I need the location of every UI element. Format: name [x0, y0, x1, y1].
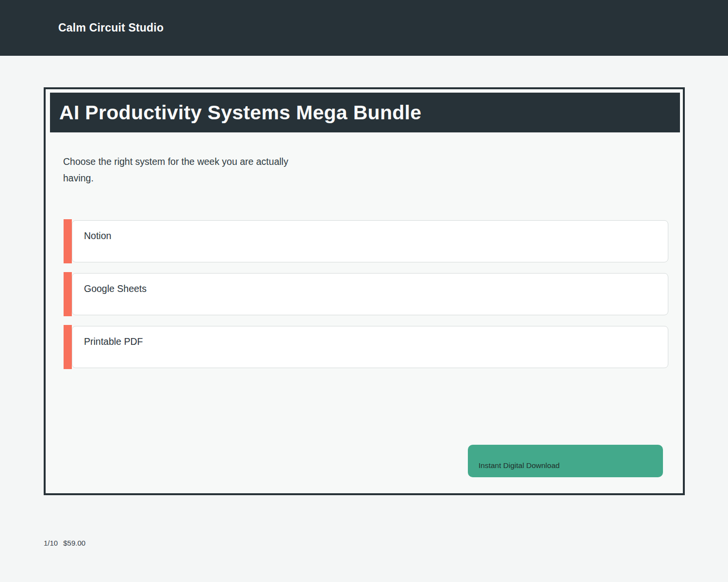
- option-label: Printable PDF: [84, 336, 143, 347]
- option-label: Notion: [84, 230, 111, 241]
- price-label: $59.00: [63, 539, 85, 547]
- option-google-sheets[interactable]: Google Sheets: [72, 273, 668, 315]
- product-description: Choose the right system for the week you…: [63, 153, 320, 186]
- instant-download-button[interactable]: Instant Digital Download: [468, 445, 663, 477]
- option-label: Google Sheets: [84, 283, 147, 294]
- option-list: Notion Google Sheets Printable PDF: [64, 220, 668, 379]
- brand-title: Calm Circuit Studio: [58, 21, 164, 34]
- page-indicator: 1/10: [44, 539, 58, 547]
- product-title: AI Productivity Systems Mega Bundle: [59, 101, 421, 124]
- option-notion[interactable]: Notion: [72, 220, 668, 262]
- option-row-google-sheets: Google Sheets: [64, 273, 668, 315]
- product-title-bar: AI Productivity Systems Mega Bundle: [50, 93, 680, 132]
- site-header: Calm Circuit Studio: [0, 0, 728, 56]
- accent-bar: [64, 219, 72, 263]
- accent-bar: [64, 325, 72, 369]
- instant-download-label: Instant Digital Download: [479, 461, 560, 469]
- footer-meta: 1/10 $59.00: [44, 539, 85, 547]
- option-printable-pdf[interactable]: Printable PDF: [72, 326, 668, 368]
- option-row-notion: Notion: [64, 220, 668, 262]
- option-row-printable-pdf: Printable PDF: [64, 326, 668, 368]
- accent-bar: [64, 272, 72, 316]
- product-card: AI Productivity Systems Mega Bundle Choo…: [44, 87, 685, 495]
